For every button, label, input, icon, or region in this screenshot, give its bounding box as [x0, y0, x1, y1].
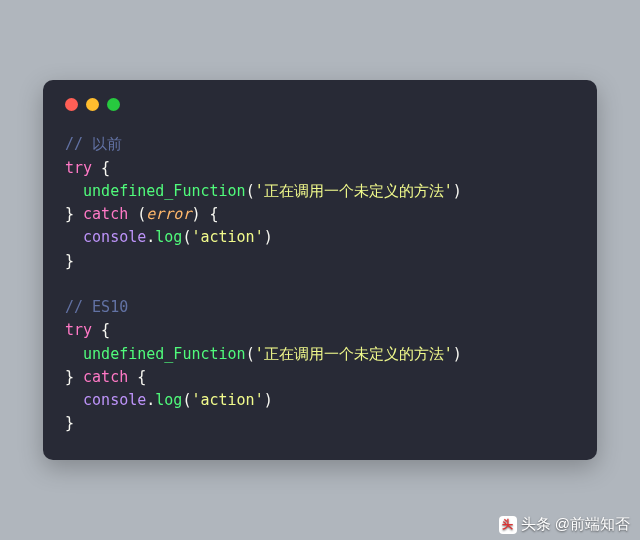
method-log: log: [155, 228, 182, 246]
object-console: console: [83, 391, 146, 409]
code-comment: // 以前: [65, 135, 122, 153]
code-window: // 以前 try { undefined_Function('正在调用一个未定…: [43, 80, 597, 459]
maximize-icon[interactable]: [107, 98, 120, 111]
paren: ): [264, 228, 273, 246]
func-name: undefined_Function: [83, 345, 246, 363]
string-literal: '正在调用一个未定义的方法': [255, 182, 453, 200]
indent: [65, 182, 83, 200]
paren: (: [128, 205, 146, 223]
method-log: log: [155, 391, 182, 409]
paren: ): [264, 391, 273, 409]
code-block: // 以前 try { undefined_Function('正在调用一个未定…: [65, 133, 575, 435]
toutiao-icon: 头: [499, 516, 517, 534]
paren: ): [453, 345, 462, 363]
watermark: 头 头条 @前端知否: [499, 515, 630, 534]
code-comment: // ES10: [65, 298, 128, 316]
keyword-try: try: [65, 159, 92, 177]
brace: {: [92, 159, 110, 177]
brace: }: [65, 252, 74, 270]
brace: ) {: [191, 205, 218, 223]
func-name: undefined_Function: [83, 182, 246, 200]
watermark-text: 头条 @前端知否: [521, 515, 630, 534]
indent: [65, 391, 83, 409]
indent: [65, 228, 83, 246]
brace: {: [92, 321, 110, 339]
paren: ): [453, 182, 462, 200]
paren: (: [246, 182, 255, 200]
param-error: error: [146, 205, 191, 223]
keyword-catch: catch: [83, 368, 128, 386]
keyword-catch: catch: [83, 205, 128, 223]
string-literal: 'action': [191, 228, 263, 246]
string-literal: '正在调用一个未定义的方法': [255, 345, 453, 363]
minimize-icon[interactable]: [86, 98, 99, 111]
brace: {: [128, 368, 146, 386]
close-icon[interactable]: [65, 98, 78, 111]
paren: (: [246, 345, 255, 363]
indent: [65, 345, 83, 363]
string-literal: 'action': [191, 391, 263, 409]
brace: }: [65, 205, 83, 223]
dot: .: [146, 228, 155, 246]
window-controls: [65, 98, 575, 111]
keyword-try: try: [65, 321, 92, 339]
object-console: console: [83, 228, 146, 246]
brace: }: [65, 414, 74, 432]
dot: .: [146, 391, 155, 409]
brace: }: [65, 368, 83, 386]
